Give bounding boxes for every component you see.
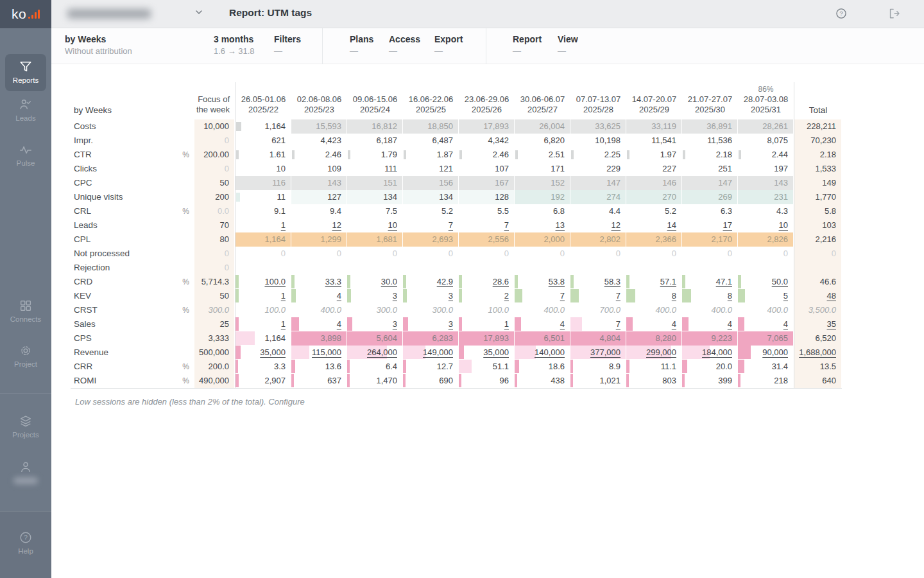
data-cell: 1 xyxy=(235,317,291,331)
data-cell: 96 xyxy=(459,374,515,388)
focus-cell: 500,000 xyxy=(194,346,235,360)
app-logo[interactable]: ko xyxy=(0,0,51,28)
table-row-crd: CRD%5,714.3100.033.330.042.928.653.858.3… xyxy=(71,275,842,289)
data-cell: 0 xyxy=(459,247,515,261)
cell-bar xyxy=(515,150,518,159)
data-cell: 803 xyxy=(626,374,682,388)
data-cell: 10 xyxy=(738,218,794,232)
data-cell: 400.0 xyxy=(682,303,738,317)
data-cell: 6,283 xyxy=(403,331,459,346)
metric-label: CRST% xyxy=(71,303,194,317)
cell-bar xyxy=(235,331,255,345)
data-cell: 6.3 xyxy=(682,204,738,218)
cell-bar xyxy=(626,275,629,288)
toolbar-export[interactable]: Export — xyxy=(434,28,486,64)
data-cell: 152 xyxy=(515,176,570,190)
sidebar-item-projects[interactable]: Projects xyxy=(0,414,51,439)
cell-bar xyxy=(235,360,238,373)
toolbar-view[interactable]: View — xyxy=(558,28,596,64)
focus-cell: 490,000 xyxy=(194,374,235,388)
user-name-blurred xyxy=(13,477,38,484)
cell-bar xyxy=(682,317,689,331)
metric-label: CRR% xyxy=(71,360,194,374)
table-row-rejection: Rejection0 xyxy=(71,261,842,275)
data-cell: 13.6 xyxy=(291,360,347,374)
data-cell: 1,299 xyxy=(291,232,347,247)
pulse-icon xyxy=(19,143,33,157)
data-cell: 4 xyxy=(515,317,570,331)
total-cell: 0 xyxy=(794,247,842,261)
sidebar-item-help[interactable]: ? Help xyxy=(0,530,51,555)
sidebar-item-pulse[interactable]: Pulse xyxy=(0,143,51,167)
data-cell: 400.0 xyxy=(515,303,570,317)
cell-bar xyxy=(236,150,239,159)
total-cell: 35 xyxy=(794,317,842,331)
data-cell: 11 xyxy=(235,190,291,204)
sidebar-item-user[interactable] xyxy=(0,460,51,484)
sidebar-item-connects[interactable]: Connects xyxy=(0,299,51,323)
cell-bar xyxy=(738,346,751,359)
data-cell: 2.18 xyxy=(682,148,738,162)
chevron-down-icon[interactable] xyxy=(194,7,204,17)
cell-bar xyxy=(291,346,309,359)
metric-label: CRL% xyxy=(71,204,194,218)
cell-bar xyxy=(682,374,685,387)
cell-bar xyxy=(515,360,519,373)
sidebar-item-reports[interactable]: Reports xyxy=(5,54,46,91)
data-cell: 4,804 xyxy=(570,331,626,346)
toolbar-filters[interactable]: Filters — xyxy=(274,28,322,64)
week-column-header: 07.07-13.072025/28 xyxy=(570,78,626,119)
data-cell: 10,198 xyxy=(570,134,626,148)
data-cell: 5 xyxy=(738,289,794,303)
data-cell: 7.5 xyxy=(347,204,403,218)
data-cell: 4 xyxy=(291,317,347,331)
data-cell: 1,164 xyxy=(235,119,291,134)
toolbar-period[interactable]: 3 months 1.6 → 31.8 xyxy=(214,28,274,64)
data-cell: 3 xyxy=(347,317,403,331)
cell-bar xyxy=(235,317,239,331)
data-cell: 299,000 xyxy=(626,346,682,360)
focus-cell: 50 xyxy=(194,176,235,190)
table-row-sales: Sales25143314744435 xyxy=(71,317,842,331)
question-icon: ? xyxy=(19,530,33,545)
data-cell: 2.44 xyxy=(738,148,794,162)
metric-label: Impr. xyxy=(71,134,194,148)
data-cell: 3 xyxy=(403,317,459,331)
help-icon[interactable]: ? xyxy=(835,7,848,20)
cell-bar xyxy=(291,360,295,373)
cell-bar xyxy=(459,374,461,387)
data-cell: 28.6 xyxy=(459,275,515,289)
cell-bar xyxy=(682,360,687,373)
cell-bar xyxy=(459,289,462,302)
data-cell: 128 xyxy=(459,190,515,204)
project-selector-blurred[interactable] xyxy=(67,9,151,19)
table-header-row: by WeeksFocus of the week26.05-01.062025… xyxy=(71,78,842,119)
sidebar-item-leads[interactable]: Leads xyxy=(0,98,51,122)
toolbar-grouping[interactable]: by Weeks Without attribution xyxy=(65,28,214,64)
data-cell: 184,000 xyxy=(682,346,738,360)
focus-column-header: Focus of the week xyxy=(194,78,235,119)
toolbar-access[interactable]: Access — xyxy=(389,28,434,64)
data-cell: 26,004 xyxy=(515,119,570,134)
focus-cell: 0 xyxy=(194,261,235,275)
week-column-header: 30.06-06.072025/27 xyxy=(515,78,570,119)
footnote-text: Low sessions are hidden (less than 2% of… xyxy=(75,397,266,407)
cell-bar xyxy=(738,275,741,288)
data-cell: 4 xyxy=(626,317,682,331)
cell-bar xyxy=(292,150,295,159)
toolbar-plans[interactable]: Plans — xyxy=(350,28,389,64)
metric-unit: % xyxy=(182,275,189,289)
data-cell: 7 xyxy=(515,289,570,303)
cell-bar xyxy=(348,150,350,159)
cell-bar xyxy=(403,317,408,331)
data-cell: 2.46 xyxy=(459,148,515,162)
toolbar-report[interactable]: Report — xyxy=(513,28,558,64)
configure-link[interactable]: Configure xyxy=(268,397,304,407)
sidebar-item-label: Pulse xyxy=(0,159,51,167)
logout-icon[interactable] xyxy=(887,7,900,20)
sidebar-item-project[interactable]: Project xyxy=(0,344,51,368)
data-cell: 0 xyxy=(291,247,347,261)
table-row-crst: CRST%300.0100.0400.0300.0300.0100.0400.0… xyxy=(71,303,842,317)
data-cell: 218 xyxy=(738,374,794,388)
data-cell: 109 xyxy=(291,162,347,176)
